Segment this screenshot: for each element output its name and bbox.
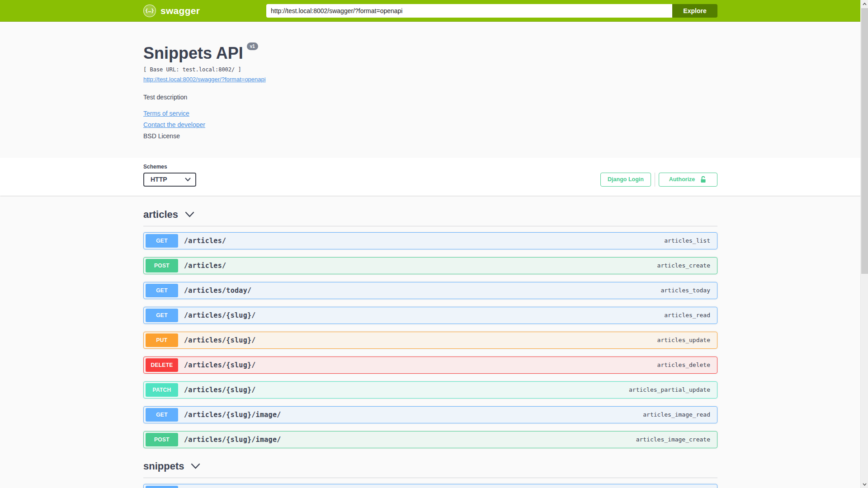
chevron-down-icon	[863, 483, 867, 486]
method-badge: GET	[146, 309, 178, 322]
operation-id: articles_update	[657, 337, 710, 343]
scrollbar-down-arrow[interactable]	[861, 480, 868, 488]
opblock-tag-section: snippets GET /snippets/ snippets_list	[143, 460, 717, 488]
terms-of-service-link[interactable]: Terms of service	[143, 110, 189, 117]
chevron-down-icon	[191, 463, 200, 469]
operation-row[interactable]: GET /articles/{slug}/ articles_read	[143, 307, 717, 324]
chevron-down-icon	[185, 211, 194, 217]
chevron-up-icon	[863, 3, 867, 5]
operation-row[interactable]: GET /articles/{slug}/image/ articles_ima…	[143, 406, 717, 423]
operation-path: /articles/{slug}/	[184, 311, 256, 319]
tag-header[interactable]: snippets	[143, 460, 717, 478]
tag-name: articles	[143, 209, 178, 221]
operation-id: articles_list	[664, 237, 710, 244]
unlock-icon	[699, 176, 707, 183]
operation-id: articles_partial_update	[629, 386, 710, 393]
operation-row[interactable]: PATCH /articles/{slug}/ articles_partial…	[143, 381, 717, 399]
operation-id: articles_image_create	[636, 436, 710, 443]
schemes-label: Schemes	[143, 164, 196, 170]
schemes-block: Schemes HTTP	[143, 164, 196, 187]
opblock-tag-section: articles GET /articles/ articles_list PO…	[143, 209, 717, 448]
operation-path: /articles/{slug}/image/	[184, 411, 281, 419]
sections-container: articles GET /articles/ articles_list PO…	[143, 196, 717, 488]
django-login-label: Django Login	[608, 176, 644, 183]
operation-path: /articles/{slug}/image/	[184, 436, 281, 444]
operation-id: articles_image_read	[643, 411, 710, 418]
operation-path: /articles/{slug}/	[184, 386, 256, 394]
page-title: Snippets API	[143, 44, 243, 62]
license-text: BSD License	[143, 132, 717, 140]
operation-row[interactable]: GET /articles/ articles_list	[143, 232, 717, 249]
schemes-selected-value: HTTP	[151, 176, 167, 183]
operation-list: GET /snippets/ snippets_list	[143, 478, 717, 488]
operation-row[interactable]: POST /articles/{slug}/image/ articles_im…	[143, 431, 717, 448]
method-badge: POST	[146, 433, 178, 446]
operation-list: GET /articles/ articles_list POST /artic…	[143, 226, 717, 448]
operation-row[interactable]: PUT /articles/{slug}/ articles_update	[143, 332, 717, 349]
swagger-logo-icon: {…}	[143, 5, 156, 17]
base-url-text: [ Base URL: test.local:8002/ ]	[143, 66, 717, 73]
scrollbar-thumb[interactable]	[861, 8, 868, 274]
spec-link[interactable]: http://test.local:8002/swagger/?format=o…	[143, 76, 266, 83]
django-login-button[interactable]: Django Login	[600, 173, 651, 187]
operation-path: /articles/	[184, 262, 226, 270]
operation-id: articles_delete	[657, 361, 710, 368]
method-badge: GET	[146, 284, 178, 297]
auth-divider	[655, 173, 655, 187]
tag-header[interactable]: articles	[143, 209, 717, 226]
vertical-scrollbar	[860, 0, 868, 488]
operation-row[interactable]: GET /articles/today/ articles_today	[143, 282, 717, 299]
explore-button[interactable]: Explore	[672, 4, 717, 18]
method-badge: PATCH	[146, 383, 178, 397]
method-badge: GET	[146, 486, 178, 488]
contact-developer-link[interactable]: Contact the developer	[143, 121, 205, 128]
spec-url-input[interactable]	[266, 4, 672, 18]
chevron-down-icon	[185, 178, 191, 182]
method-badge: PUT	[146, 333, 178, 347]
scrollbar-up-arrow[interactable]	[861, 0, 868, 8]
operation-id: articles_read	[664, 312, 710, 319]
auth-wrapper: Django Login Authorize	[600, 173, 717, 187]
operation-path: /articles/{slug}/	[184, 361, 256, 369]
authorize-button[interactable]: Authorize	[659, 173, 717, 187]
tag-name: snippets	[143, 460, 184, 472]
method-badge: GET	[146, 408, 178, 422]
swagger-logo: {…} swagger	[143, 5, 200, 17]
operation-path: /articles/today/	[184, 286, 251, 295]
operation-row[interactable]: POST /articles/ articles_create	[143, 257, 717, 274]
scheme-container: Schemes HTTP Django Login Authorize	[0, 158, 868, 196]
method-badge: GET	[146, 234, 178, 248]
method-badge: DELETE	[146, 358, 178, 372]
operation-id: articles_create	[657, 262, 710, 269]
schemes-select[interactable]: HTTP	[143, 173, 196, 187]
version-badge: v1	[247, 42, 258, 50]
swagger-logo-text: swagger	[160, 5, 200, 16]
operation-path: /articles/{slug}/	[184, 336, 256, 344]
operation-row[interactable]: GET /snippets/ snippets_list	[143, 484, 717, 488]
topbar: {…} swagger Explore	[0, 0, 868, 22]
api-description: Test description	[143, 94, 717, 101]
operation-row[interactable]: DELETE /articles/{slug}/ articles_delete	[143, 357, 717, 374]
info-section: Snippets APIv1 [ Base URL: test.local:80…	[0, 22, 868, 158]
operation-path: /articles/	[184, 237, 226, 245]
authorize-label: Authorize	[669, 176, 695, 183]
method-badge: POST	[146, 259, 178, 272]
operation-id: articles_today	[660, 287, 710, 294]
